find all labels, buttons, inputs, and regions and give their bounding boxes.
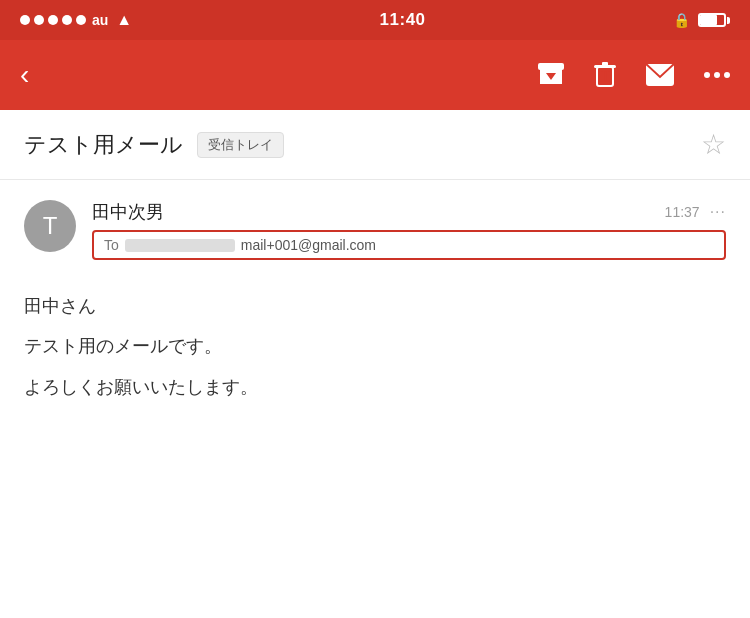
status-bar: au ▲ 11:40 🔒 [0,0,750,40]
email-body: 田中さん テスト用のメールです。 よろしくお願いいたします。 [24,280,726,403]
back-button[interactable]: ‹ [20,54,44,96]
signal-dot-5 [76,15,86,25]
email-more-button[interactable]: ··· [710,203,726,221]
svg-rect-8 [608,71,610,82]
battery-fill [700,15,717,25]
subject-title: テスト用メール [24,130,183,160]
status-time: 11:40 [380,10,426,30]
status-left: au ▲ [20,11,132,29]
signal-dot-4 [62,15,72,25]
mail-icon [646,64,674,86]
subject-row: テスト用メール 受信トレイ ☆ [0,110,750,180]
battery-body [698,13,726,27]
signal-dots [20,15,86,25]
svg-rect-5 [602,62,608,66]
battery-icon [698,13,730,27]
body-line-1: 田中さん [24,290,726,322]
content-area: テスト用メール 受信トレイ ☆ T 田中次男 11:37 ··· To mail… [0,110,750,431]
svg-point-10 [704,72,710,78]
signal-dot-2 [34,15,44,25]
email-to-row: To mail+001@gmail.com [92,230,726,260]
trash-icon [594,62,616,88]
email-sender-row: 田中次男 11:37 ··· [92,200,726,224]
battery-tip [727,17,730,24]
signal-dot-1 [20,15,30,25]
carrier-name: au ▲ [92,11,132,29]
status-right: 🔒 [673,12,730,28]
star-button[interactable]: ☆ [701,128,726,161]
more-button[interactable] [704,71,730,79]
subject-left: テスト用メール 受信トレイ [24,130,284,160]
svg-rect-0 [538,63,564,70]
email-header: T 田中次男 11:37 ··· To mail+001@gmail.com [24,200,726,260]
carrier-label: au [92,12,108,28]
archive-button[interactable] [538,63,564,87]
svg-rect-6 [601,71,603,82]
body-line-2: テスト用のメールです。 [24,330,726,362]
sender-avatar: T [24,200,76,252]
signal-dot-3 [48,15,58,25]
to-redacted [125,239,235,252]
email-meta: 田中次男 11:37 ··· To mail+001@gmail.com [92,200,726,260]
trash-button[interactable] [594,62,616,88]
email-time-actions: 11:37 ··· [665,203,726,221]
wifi-icon: ▲ [116,11,132,29]
lock-icon: 🔒 [673,12,690,28]
toolbar: ‹ [0,40,750,110]
to-label: To [104,237,119,253]
mail-button[interactable] [646,64,674,86]
more-icon [704,71,730,79]
email-time: 11:37 [665,204,700,220]
inbox-badge: 受信トレイ [197,132,284,158]
toolbar-actions [538,62,730,88]
to-email: mail+001@gmail.com [241,237,376,253]
svg-rect-7 [605,71,607,82]
sender-name: 田中次男 [92,200,164,224]
email-message: T 田中次男 11:37 ··· To mail+001@gmail.com 田… [0,180,750,431]
svg-point-11 [714,72,720,78]
body-line-3: よろしくお願いいたします。 [24,371,726,403]
svg-point-12 [724,72,730,78]
archive-icon [538,63,564,87]
